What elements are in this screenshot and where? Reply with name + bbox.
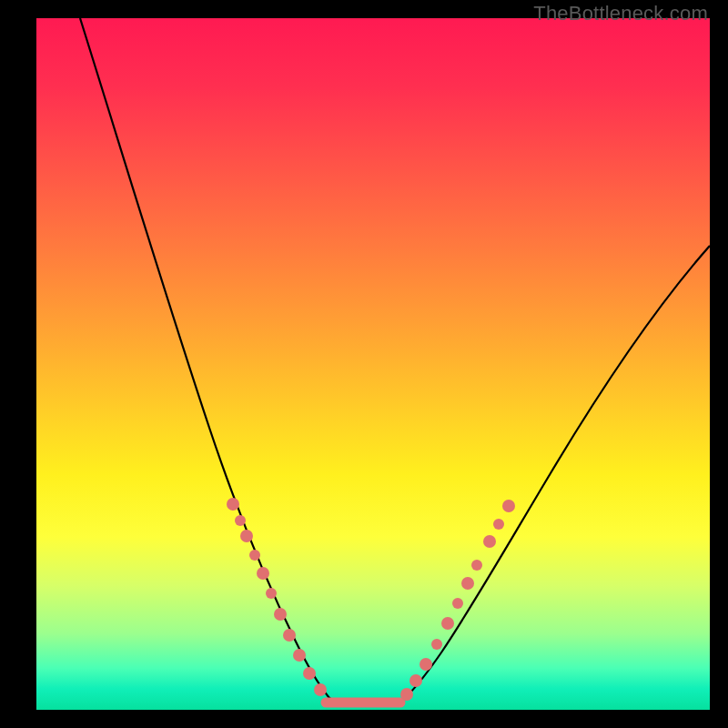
svg-point-2 bbox=[240, 530, 253, 542]
svg-point-19 bbox=[483, 535, 496, 548]
marker-dots-right bbox=[400, 500, 515, 701]
svg-point-21 bbox=[502, 500, 515, 512]
svg-point-12 bbox=[410, 674, 422, 687]
svg-point-6 bbox=[274, 608, 287, 621]
curve-right bbox=[399, 246, 710, 703]
svg-point-3 bbox=[249, 550, 260, 561]
svg-point-11 bbox=[400, 688, 413, 701]
svg-point-8 bbox=[293, 649, 306, 662]
curve-left bbox=[80, 18, 337, 703]
svg-point-15 bbox=[441, 617, 454, 630]
chart-svg bbox=[36, 18, 710, 710]
plot-area bbox=[36, 18, 710, 710]
marker-dots-left bbox=[227, 498, 327, 696]
svg-point-17 bbox=[461, 577, 474, 590]
svg-point-14 bbox=[431, 639, 442, 650]
svg-point-7 bbox=[283, 629, 296, 642]
chart-frame: TheBottleneck.com bbox=[0, 0, 728, 728]
svg-point-20 bbox=[493, 519, 504, 530]
svg-point-9 bbox=[303, 667, 316, 680]
svg-point-16 bbox=[452, 598, 463, 609]
svg-point-5 bbox=[266, 588, 277, 599]
watermark-text: TheBottleneck.com bbox=[533, 2, 708, 25]
svg-point-1 bbox=[235, 515, 246, 526]
svg-point-4 bbox=[257, 567, 269, 580]
svg-point-13 bbox=[420, 658, 432, 671]
svg-point-0 bbox=[227, 498, 239, 511]
svg-point-18 bbox=[471, 560, 482, 571]
svg-point-10 bbox=[314, 683, 327, 696]
